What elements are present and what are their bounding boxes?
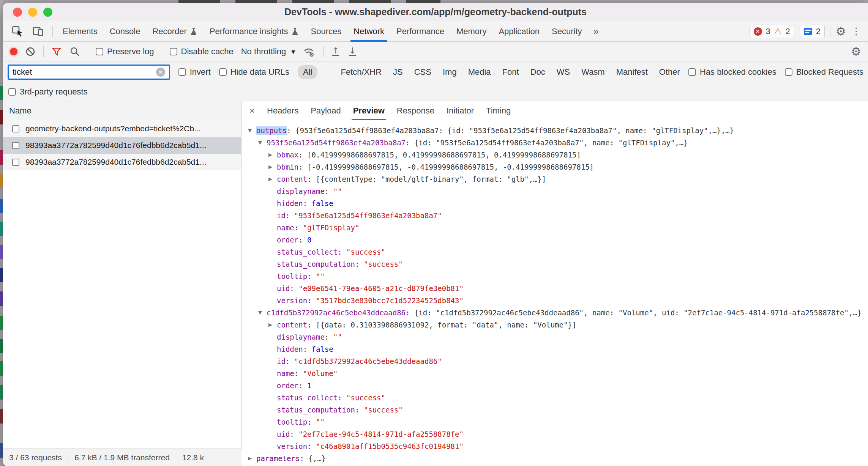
tree-row[interactable]: tooltip: "" bbox=[242, 416, 868, 428]
details-tab-response[interactable]: Response bbox=[391, 101, 440, 120]
checkbox[interactable] bbox=[219, 68, 227, 76]
type-filter-doc[interactable]: Doc bbox=[530, 67, 545, 77]
tree-row[interactable]: sessionId: "45300348-e748-484b-8407-4877… bbox=[242, 464, 868, 466]
tree-row[interactable]: id: "953f5e6a125d54ff9863ef4a203ba8a7" bbox=[242, 209, 868, 222]
close-details-icon[interactable]: × bbox=[242, 105, 261, 116]
name-column-header[interactable]: Name bbox=[3, 101, 241, 120]
checkbox[interactable] bbox=[785, 68, 792, 76]
tab-recorder[interactable]: Recorder bbox=[146, 21, 203, 42]
has-blocked-cookies-checkbox[interactable]: Has blocked cookies bbox=[688, 67, 776, 77]
device-toolbar-icon[interactable] bbox=[32, 25, 44, 38]
type-filter-font[interactable]: Font bbox=[502, 67, 519, 77]
hide-data-urls-checkbox[interactable]: Hide data URLs bbox=[219, 67, 289, 77]
tree-row[interactable]: status_collect: "success" bbox=[242, 246, 868, 258]
preserve-log-checkbox[interactable]: Preserve log bbox=[96, 47, 154, 57]
inspect-element-icon[interactable] bbox=[11, 25, 24, 38]
tree-row[interactable]: order: 0 bbox=[242, 234, 868, 246]
type-filter-css[interactable]: CSS bbox=[414, 67, 431, 77]
request-checkbox[interactable] bbox=[12, 142, 19, 149]
invert-checkbox[interactable]: Invert bbox=[178, 67, 211, 77]
checkbox[interactable] bbox=[688, 68, 696, 76]
tree-row[interactable]: tooltip: "" bbox=[242, 270, 868, 282]
type-filter-img[interactable]: Img bbox=[443, 67, 457, 77]
filter-input[interactable]: ✕ bbox=[8, 65, 170, 80]
tab-console[interactable]: Console bbox=[104, 21, 147, 42]
request-row[interactable]: 98393aa3772a782599d40d1c76fedbb6d2cab5d1… bbox=[3, 137, 241, 154]
type-filter-manifest[interactable]: Manifest bbox=[616, 67, 648, 77]
tab-application[interactable]: Application bbox=[492, 21, 546, 42]
tab-performance[interactable]: Performance bbox=[390, 21, 450, 42]
clear-network-log-icon[interactable] bbox=[25, 46, 36, 57]
tree-row[interactable]: displayname: "" bbox=[242, 185, 868, 197]
record-network-log-button[interactable] bbox=[10, 48, 17, 55]
checkbox[interactable] bbox=[178, 68, 186, 76]
type-filter-media[interactable]: Media bbox=[468, 67, 491, 77]
tree-row[interactable]: ▼953f5e6a125d54ff9863ef4a203ba8a7: {id: … bbox=[242, 137, 868, 149]
third-party-requests-checkbox[interactable]: 3rd-party requests bbox=[8, 87, 88, 97]
console-errors-warnings-badge[interactable]: ✕ 3 ⚠ 2 bbox=[750, 25, 794, 38]
network-settings-gear-icon[interactable]: ⚙ bbox=[851, 46, 861, 57]
type-filter-wasm[interactable]: Wasm bbox=[581, 67, 605, 77]
search-icon[interactable] bbox=[69, 46, 80, 57]
type-filter-ws[interactable]: WS bbox=[557, 67, 570, 77]
tree-row[interactable]: uid: "e09e6541-79ea-4605-a21c-d879fe3e0b… bbox=[242, 282, 868, 294]
tree-row[interactable]: uid: "2ef7c1ae-94c5-4814-971d-afa2558878… bbox=[242, 428, 868, 440]
clear-filter-icon[interactable]: ✕ bbox=[156, 68, 165, 77]
type-filter-fetch-xhr[interactable]: Fetch/XHR bbox=[341, 67, 382, 77]
request-row[interactable]: geometry-backend-outputs?embed=ticket%2C… bbox=[3, 120, 241, 137]
filter-funnel-icon[interactable] bbox=[51, 46, 62, 57]
tab-security[interactable]: Security bbox=[546, 21, 588, 42]
type-filter-other[interactable]: Other bbox=[659, 67, 680, 77]
network-conditions-icon[interactable] bbox=[303, 46, 316, 57]
more-tabs-chevron[interactable]: » bbox=[588, 25, 604, 37]
checkbox[interactable] bbox=[8, 88, 16, 96]
collapse-arrow-icon[interactable]: ▼ bbox=[258, 307, 267, 319]
details-tab-timing[interactable]: Timing bbox=[480, 101, 517, 120]
details-tab-payload[interactable]: Payload bbox=[305, 101, 347, 120]
collapse-arrow-icon[interactable]: ▼ bbox=[248, 124, 256, 137]
request-checkbox[interactable] bbox=[12, 125, 19, 132]
tree-row[interactable]: hidden: false bbox=[242, 343, 868, 355]
tree-row[interactable]: status_computation: "success" bbox=[242, 404, 868, 416]
tree-row[interactable]: ▶parameters: {,…} bbox=[242, 452, 868, 464]
tree-row[interactable]: status_collect: "success" bbox=[242, 392, 868, 404]
type-filter-all[interactable]: All bbox=[298, 65, 317, 79]
tree-row[interactable]: ▶content: [{data: 0.3103390886931092, fo… bbox=[242, 319, 868, 331]
checkbox[interactable] bbox=[96, 48, 103, 55]
tree-row[interactable]: version: "c46a8901aff15b0535c9463fc01949… bbox=[242, 440, 868, 452]
tree-row[interactable]: ▶bbmax: [0.41999998688697815, 0.41999998… bbox=[242, 149, 868, 161]
disable-cache-checkbox[interactable]: Disable cache bbox=[170, 47, 234, 57]
tree-row[interactable]: name: "Volume" bbox=[242, 367, 868, 379]
tree-row[interactable]: displayname: "" bbox=[242, 331, 868, 343]
tree-row[interactable]: hidden: false bbox=[242, 197, 868, 209]
type-filter-js[interactable]: JS bbox=[393, 67, 403, 77]
blocked-requests-checkbox[interactable]: Blocked Requests bbox=[785, 67, 863, 77]
issues-badge[interactable]: 2 bbox=[800, 25, 825, 38]
throttling-dropdown[interactable]: No throttling ▼ bbox=[241, 47, 295, 57]
filter-text-input[interactable] bbox=[13, 67, 156, 77]
expand-arrow-icon[interactable]: ▶ bbox=[268, 319, 277, 331]
import-har-icon[interactable]: ↑ bbox=[331, 47, 340, 56]
request-row[interactable]: 98393aa3772a782599d40d1c76fedbb6d2cab5d1… bbox=[3, 154, 241, 170]
tree-row[interactable]: order: 1 bbox=[242, 379, 868, 392]
expand-arrow-icon[interactable]: ▶ bbox=[268, 161, 277, 173]
tree-row[interactable]: id: "c1dfd5b372992ac46c5ebe43ddeaad86" bbox=[242, 355, 868, 367]
checkbox[interactable] bbox=[170, 48, 177, 55]
tab-performance-insights[interactable]: Performance insights bbox=[204, 21, 305, 42]
settings-gear-icon[interactable]: ⚙ bbox=[836, 26, 846, 37]
tree-row[interactable]: ▶bbmin: [-0.41999998688697815, -0.419999… bbox=[242, 161, 868, 173]
tab-sources[interactable]: Sources bbox=[305, 21, 348, 42]
more-options-icon[interactable]: ⋮ bbox=[851, 25, 861, 37]
expand-arrow-icon[interactable]: ▶ bbox=[268, 173, 277, 185]
details-tab-initiator[interactable]: Initiator bbox=[440, 101, 480, 120]
tree-row[interactable]: status_computation: "success" bbox=[242, 258, 868, 270]
expand-arrow-icon[interactable]: ▶ bbox=[248, 452, 256, 464]
details-tab-preview[interactable]: Preview bbox=[347, 101, 391, 120]
tab-memory[interactable]: Memory bbox=[450, 21, 492, 42]
collapse-arrow-icon[interactable]: ▼ bbox=[258, 137, 267, 149]
tree-row[interactable]: ▼outputs: {953f5e6a125d54ff9863ef4a203ba… bbox=[242, 124, 868, 137]
details-tab-headers[interactable]: Headers bbox=[261, 101, 305, 120]
tree-row[interactable]: ▶content: [{contentType: "model/gltf-bin… bbox=[242, 173, 868, 185]
tab-network[interactable]: Network bbox=[347, 21, 390, 42]
tree-row[interactable]: ▼c1dfd5b372992ac46c5ebe43ddeaad86: {id: … bbox=[242, 307, 868, 319]
